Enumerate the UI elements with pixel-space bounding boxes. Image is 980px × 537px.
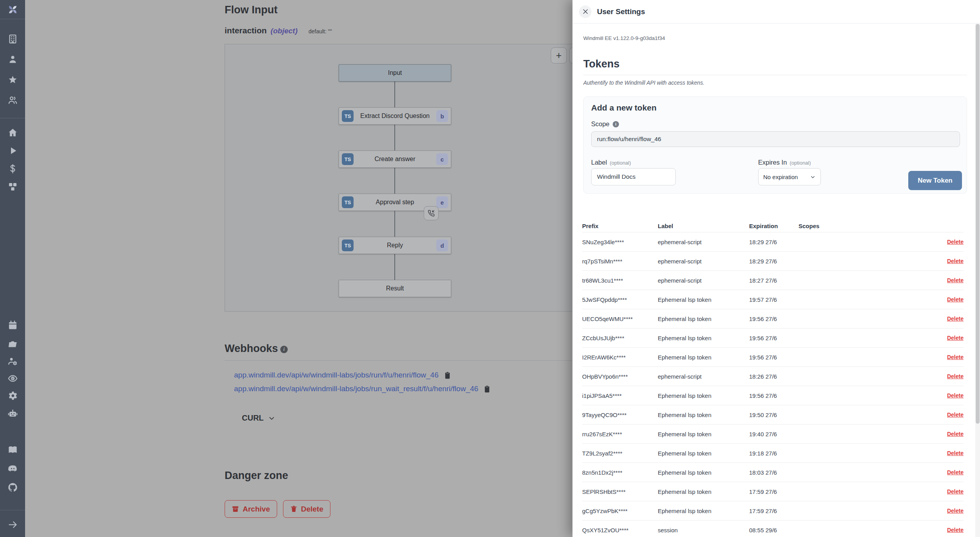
token-row: 8zn5n1Dx2j****Ephemeral lsp token18:03 2…: [582, 463, 964, 482]
curl-toggle[interactable]: CURL: [242, 414, 573, 423]
delete-token-link[interactable]: Delete: [947, 316, 964, 322]
step-id-badge: b: [436, 110, 448, 122]
token-row: QsXY51ZvOU****session08:55 29/6Delete: [582, 520, 964, 537]
delete-token-link[interactable]: Delete: [947, 277, 964, 283]
sidebar-collapse-toggle[interactable]: [0, 516, 25, 533]
sidebar-item-workspace[interactable]: [0, 30, 25, 47]
delete-token-link[interactable]: Delete: [947, 488, 964, 495]
sidebar-item-runs[interactable]: [0, 142, 25, 159]
token-expiration: 19:56 27/6: [749, 335, 799, 341]
token-label: Ephemeral lsp token: [658, 469, 749, 476]
new-token-button[interactable]: New Token: [908, 171, 962, 190]
token-row: gCg5YzwPbK****Ephemeral lsp token17:59 2…: [582, 501, 964, 520]
sidebar-item-discord[interactable]: [0, 460, 25, 477]
webhook-link-row: app.windmill.dev/api/w/windmill-labs/job…: [234, 385, 573, 393]
typescript-badge: TS: [342, 239, 354, 251]
param-type: (object): [270, 27, 298, 35]
header-prefix: Prefix: [582, 223, 658, 229]
sidebar-item-workers[interactable]: [0, 352, 25, 370]
sidebar-item-audit-logs[interactable]: [0, 370, 25, 387]
token-prefix: I2RErAW6Kc****: [582, 354, 658, 361]
delete-token-link[interactable]: Delete: [947, 296, 964, 303]
user-gear-icon: [7, 356, 18, 366]
sidebar-item-settings[interactable]: [0, 387, 25, 404]
flow-node-create-answer[interactable]: TSCreate answerc: [339, 151, 451, 168]
sidebar-item-home[interactable]: [0, 124, 25, 141]
sidebar-item-favorites[interactable]: [0, 71, 25, 88]
app-version: Windmill EE v1.122.0-9-g03da1f34: [583, 35, 665, 41]
token-prefix: UECO5qeWMU****: [582, 316, 658, 322]
step-id-badge: d: [436, 239, 448, 251]
scope-input[interactable]: [591, 131, 960, 147]
delete-token-link[interactable]: Delete: [947, 335, 964, 341]
flow-input-title: Flow Input: [225, 4, 278, 16]
sidebar-item-groups[interactable]: [0, 91, 25, 109]
step-id-badge: e: [436, 196, 448, 208]
delete-token-link[interactable]: Delete: [947, 239, 964, 245]
scope-label-row: Scope i: [591, 120, 619, 128]
delete-token-link[interactable]: Delete: [947, 354, 964, 360]
copy-to-clipboard-button[interactable]: [443, 371, 452, 379]
token-label: session: [658, 527, 749, 533]
delete-token-link[interactable]: Delete: [947, 412, 964, 418]
suspend-approval-badge[interactable]: [424, 206, 439, 220]
sidebar-divider: [0, 118, 25, 118]
dollar-icon: [7, 163, 18, 174]
token-prefix: QsXY51ZvOU****: [582, 527, 658, 533]
token-prefix: SEPlRSHbtS****: [582, 488, 658, 495]
copy-to-clipboard-button[interactable]: [483, 385, 491, 393]
sidebar-item-variables[interactable]: [0, 160, 25, 177]
sidebar-item-docs[interactable]: [0, 441, 25, 458]
param-default: default: "": [309, 28, 332, 34]
webhook-url-link[interactable]: app.windmill.dev/api/w/windmill-labs/job…: [234, 371, 439, 379]
token-row: I2RErAW6Kc****Ephemeral lsp token19:56 2…: [582, 347, 964, 366]
token-label-input[interactable]: [591, 168, 676, 185]
delete-token-link[interactable]: Delete: [947, 258, 964, 264]
close-drawer-button[interactable]: [579, 5, 592, 18]
token-label: Ephemeral lsp token: [658, 431, 749, 437]
chevron-down-icon: [268, 414, 276, 422]
delete-token-link[interactable]: Delete: [947, 508, 964, 514]
curl-label: CURL: [242, 414, 264, 423]
sidebar-item-resources[interactable]: [0, 178, 25, 195]
param-name: interaction: [225, 26, 267, 35]
webhook-url-link[interactable]: app.windmill.dev/api/w/windmill-labs/job…: [234, 385, 478, 393]
tokens-table-header: Prefix Label Expiration Scopes: [582, 220, 964, 232]
archive-flow-button[interactable]: Archive: [225, 500, 277, 518]
canvas-zoom-in-button[interactable]: +: [551, 47, 567, 63]
drawer-header: User Settings: [573, 0, 980, 24]
token-row: i1piJPSaA5****Ephemeral lsp token19:56 2…: [582, 386, 964, 405]
gear-icon: [7, 390, 18, 401]
typescript-badge: TS: [342, 153, 354, 165]
delete-token-link[interactable]: Delete: [947, 450, 964, 456]
delete-token-link[interactable]: Delete: [947, 469, 964, 475]
delete-token-link[interactable]: Delete: [947, 392, 964, 399]
flow-node-input[interactable]: Input: [339, 64, 451, 82]
delete-flow-button[interactable]: Delete: [283, 500, 330, 518]
sidebar-item-openai[interactable]: [0, 405, 25, 422]
sidebar-divider: [0, 19, 25, 19]
delete-token-link[interactable]: Delete: [947, 431, 964, 437]
delete-token-link[interactable]: Delete: [947, 373, 964, 379]
token-label: Ephemeral lsp token: [658, 392, 749, 399]
windmill-logo-icon[interactable]: [0, 0, 25, 19]
flow-node-result[interactable]: Result: [339, 280, 451, 297]
sidebar-divider: [0, 510, 25, 510]
delete-token-link[interactable]: Delete: [947, 527, 964, 533]
token-row: TZ9L2syaf2****Ephemeral lsp token19:18 2…: [582, 443, 964, 463]
flow-node-reply[interactable]: TSReplyd: [339, 237, 451, 254]
add-token-title: Add a new token: [591, 103, 657, 112]
token-label: ephemeral-script: [658, 277, 749, 284]
sidebar-item-user[interactable]: [0, 51, 25, 68]
token-row: rru267sEzK****Ephemeral lsp token19:40 2…: [582, 424, 964, 443]
expires-in-select[interactable]: No expiration: [758, 168, 821, 185]
sidebar-item-github[interactable]: [0, 479, 25, 496]
flow-node-extract-discord-question[interactable]: TSExtract Discord Questionb: [339, 107, 451, 125]
token-prefix: rru267sEzK****: [582, 431, 658, 437]
info-icon: i: [613, 121, 619, 127]
token-expiration: 18:26 27/6: [749, 373, 799, 380]
sidebar-item-folders[interactable]: [0, 335, 25, 352]
drawer-scrollbar-thumb[interactable]: [976, 24, 980, 424]
sidebar-item-schedules[interactable]: [0, 316, 25, 334]
flow-node-label: Reply: [354, 242, 436, 249]
